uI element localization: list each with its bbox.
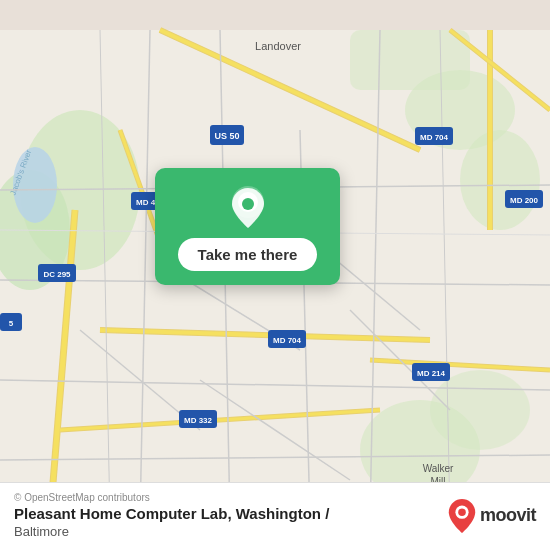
take-me-there-button[interactable]: Take me there bbox=[178, 238, 318, 271]
svg-text:MD 704: MD 704 bbox=[273, 336, 302, 345]
svg-text:MD 332: MD 332 bbox=[184, 416, 213, 425]
moovit-logo: moovit bbox=[448, 499, 536, 533]
svg-text:MD 704: MD 704 bbox=[420, 133, 449, 142]
svg-text:DC 295: DC 295 bbox=[43, 270, 71, 279]
location-info: © OpenStreetMap contributors Pleasant Ho… bbox=[14, 492, 329, 539]
svg-text:MD 214: MD 214 bbox=[417, 369, 446, 378]
svg-text:Landover: Landover bbox=[255, 40, 301, 52]
bottom-info-bar: © OpenStreetMap contributors Pleasant Ho… bbox=[0, 482, 550, 550]
map-container: Jacob's River bbox=[0, 0, 550, 550]
location-card: Take me there bbox=[155, 168, 340, 285]
svg-text:MD 200: MD 200 bbox=[510, 196, 539, 205]
svg-text:5: 5 bbox=[9, 319, 14, 328]
svg-point-66 bbox=[242, 198, 254, 210]
svg-point-68 bbox=[458, 508, 466, 516]
svg-point-7 bbox=[430, 370, 530, 450]
svg-text:Walker: Walker bbox=[423, 463, 454, 474]
moovit-text: moovit bbox=[480, 505, 536, 526]
svg-rect-5 bbox=[350, 30, 470, 90]
copyright-text: © OpenStreetMap contributors bbox=[14, 492, 329, 503]
moovit-pin-icon bbox=[448, 499, 476, 533]
svg-point-4 bbox=[460, 130, 540, 230]
location-name: Pleasant Home Computer Lab, Washington / bbox=[14, 505, 329, 522]
svg-text:US 50: US 50 bbox=[214, 131, 239, 141]
location-region: Baltimore bbox=[14, 524, 329, 539]
location-pin-icon bbox=[226, 184, 270, 228]
